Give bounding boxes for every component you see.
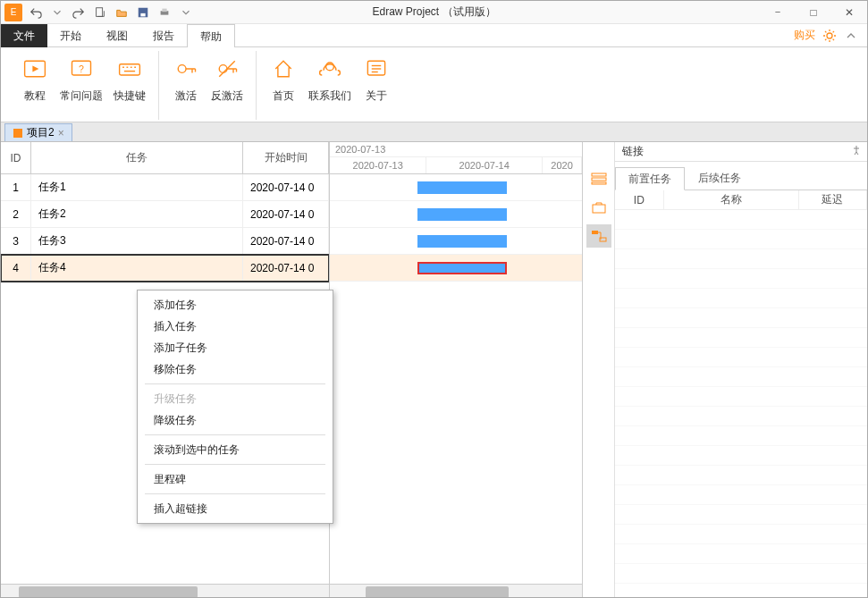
tutorial-button[interactable]: 教程 — [15, 51, 55, 120]
gantt-col: 2020-07-13 — [330, 157, 426, 173]
tab-predecessor[interactable]: 前置任务 — [615, 167, 685, 190]
link-col-delay[interactable]: 延迟 — [799, 190, 867, 209]
gantt-row[interactable] — [330, 255, 582, 282]
maximize-button[interactable]: □ — [796, 1, 831, 24]
menu-help[interactable]: 帮助 — [187, 24, 235, 47]
ribbon-group-license: 激活 反激活 — [159, 51, 257, 120]
ribbon-group-about: 首页 联系我们 关于 — [257, 51, 403, 120]
table-row[interactable]: 4 任务4 2020-07-14 0 — [1, 255, 329, 282]
activate-button[interactable]: 激活 — [166, 51, 206, 120]
svg-text:?: ? — [79, 63, 84, 74]
ctx-promote-task: 升级任务 — [138, 388, 333, 409]
svg-point-15 — [178, 65, 186, 73]
ctx-remove-task[interactable]: 移除任务 — [138, 358, 333, 380]
qat-dropdown[interactable] — [47, 3, 67, 22]
faq-button[interactable]: ?常问问题 — [55, 51, 108, 120]
ctx-add-subtask[interactable]: 添加子任务 — [138, 337, 333, 358]
menu-start[interactable]: 开始 — [47, 24, 94, 47]
document-tab[interactable]: 项目2 × — [4, 123, 72, 141]
col-name[interactable]: 任务 — [31, 142, 243, 173]
link-col-id[interactable]: ID — [615, 190, 664, 209]
gantt-header: 2020-07-13 2020-07-13 2020-07-14 2020 — [330, 142, 582, 174]
svg-rect-9 — [120, 64, 140, 75]
deactivate-button[interactable]: 反激活 — [206, 51, 249, 120]
gantt-body[interactable] — [330, 174, 582, 584]
view-resource-icon[interactable] — [586, 196, 611, 219]
col-start[interactable]: 开始时间 — [243, 142, 329, 173]
ctx-demote-task[interactable]: 降级任务 — [138, 409, 333, 431]
ctx-milestone[interactable]: 里程碑 — [138, 468, 333, 490]
gantt-col: 2020 — [543, 157, 582, 173]
link-tabs: 前置任务 后续任务 — [615, 167, 867, 190]
ctx-scroll-to-task[interactable]: 滚动到选中的任务 — [138, 439, 333, 460]
title-bar: E Edraw Project （试用版） － □ ✕ — [1, 1, 867, 24]
svg-point-16 — [219, 65, 227, 73]
svg-rect-2 — [140, 13, 145, 16]
svg-rect-26 — [592, 182, 606, 184]
svg-rect-4 — [162, 8, 166, 12]
home-button[interactable]: 首页 — [264, 51, 303, 120]
hscrollbar[interactable] — [330, 584, 582, 598]
pin-icon[interactable] — [851, 145, 862, 156]
open-button[interactable] — [112, 3, 131, 22]
gantt-col: 2020-07-14 — [426, 157, 543, 173]
table-row[interactable]: 1 任务1 2020-07-14 0 — [1, 174, 329, 201]
new-button[interactable] — [90, 3, 110, 22]
tab-successor[interactable]: 后续任务 — [685, 167, 754, 190]
gantt-pane: 2020-07-13 2020-07-13 2020-07-14 2020 — [330, 142, 583, 598]
doc-tab-label: 项目2 — [27, 125, 55, 140]
menu-tabs: 文件 开始 视图 报告 帮助 购买 — [1, 24, 867, 47]
print-button[interactable] — [155, 3, 174, 22]
shortcut-button[interactable]: 快捷键 — [108, 51, 151, 120]
contact-button[interactable]: 联系我们 — [303, 51, 357, 120]
gantt-row[interactable] — [330, 228, 582, 255]
main-area: ID 任务 开始时间 1 任务1 2020-07-14 0 2 任务2 2020… — [1, 142, 867, 598]
link-col-name[interactable]: 名称 — [664, 190, 799, 209]
menu-file[interactable]: 文件 — [1, 24, 47, 47]
right-panel-title: 链接 — [622, 144, 644, 159]
document-tabs: 项目2 × — [1, 122, 867, 142]
svg-rect-0 — [97, 7, 103, 16]
svg-rect-23 — [13, 129, 22, 138]
buy-link[interactable]: 购买 — [794, 28, 815, 43]
window-title: Edraw Project （试用版） — [372, 4, 495, 20]
right-panel: 链接 前置任务 后续任务 ID 名称 延迟 — [615, 142, 867, 598]
menu-view[interactable]: 视图 — [94, 24, 140, 47]
print-dropdown[interactable] — [176, 3, 196, 22]
ctx-separator — [145, 434, 325, 435]
view-switcher — [583, 142, 615, 598]
about-button[interactable]: 关于 — [357, 51, 396, 120]
ribbon: 教程 ?常问问题 快捷键 激活 反激活 首页 联系我们 关于 — [1, 47, 867, 122]
ctx-separator — [145, 464, 325, 465]
undo-button[interactable] — [26, 3, 46, 22]
menu-report[interactable]: 报告 — [140, 24, 187, 47]
ctx-add-task[interactable]: 添加任务 — [138, 294, 333, 316]
gear-icon[interactable] — [822, 29, 837, 43]
view-list-icon[interactable] — [586, 167, 611, 190]
table-row[interactable]: 2 任务2 2020-07-14 0 — [1, 201, 329, 228]
close-button[interactable]: ✕ — [831, 1, 867, 24]
redo-button[interactable] — [69, 3, 88, 22]
table-row[interactable]: 3 任务3 2020-07-14 0 — [1, 228, 329, 255]
hscrollbar[interactable] — [1, 584, 329, 598]
view-link-icon[interactable] — [586, 224, 611, 248]
expand-icon[interactable] — [844, 29, 858, 43]
link-table-header: ID 名称 延迟 — [615, 190, 867, 210]
ribbon-group-help: 教程 ?常问问题 快捷键 — [8, 51, 159, 120]
minimize-button[interactable]: － — [760, 1, 796, 24]
save-button[interactable] — [133, 3, 153, 22]
doc-icon — [13, 128, 23, 139]
link-table-body[interactable] — [615, 210, 867, 598]
ctx-insert-task[interactable]: 插入任务 — [138, 316, 333, 337]
quick-access-toolbar — [26, 3, 196, 22]
right-panel-header: 链接 — [615, 142, 867, 162]
svg-point-5 — [827, 33, 832, 38]
col-id[interactable]: ID — [1, 142, 31, 173]
gantt-row[interactable] — [330, 201, 582, 228]
task-table-header: ID 任务 开始时间 — [1, 142, 329, 174]
close-icon[interactable]: × — [58, 127, 64, 139]
ctx-insert-hyperlink[interactable]: 插入超链接 — [138, 498, 333, 519]
gantt-row[interactable] — [330, 174, 582, 201]
ctx-separator — [145, 383, 325, 384]
svg-rect-19 — [367, 61, 384, 75]
